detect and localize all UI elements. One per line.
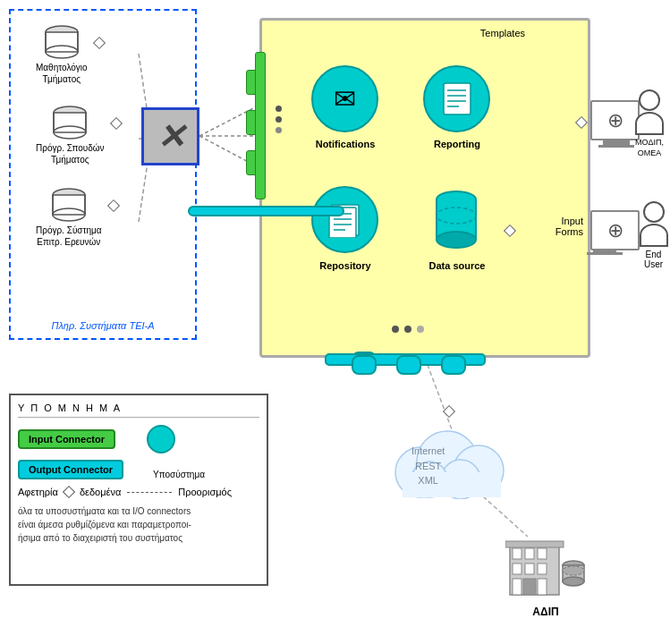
cloud-container: InternetRESTXML [385, 419, 514, 499]
legend-destination-label: Προορισμός [178, 487, 232, 497]
reporting-subsystem [423, 65, 490, 132]
forms-stand [593, 250, 616, 254]
person-modip: ΜΟΔΙΠ,ΟΜΕΑ [635, 89, 664, 158]
svg-rect-61 [525, 564, 534, 574]
repository-subsystem [311, 186, 378, 253]
db-label-3: Πρόγρ. ΣύστημαΕπιτρ. Ερευνών [36, 225, 102, 248]
adip-container: ΑΔΙΠ [505, 528, 586, 618]
legend-dashed-line [127, 492, 172, 493]
datasource-icon [432, 189, 481, 251]
svg-rect-20 [54, 113, 86, 132]
legend-title: Υ Π Ο Μ Ν Η Μ Α [18, 402, 259, 418]
legend-output-connector: Output Connector [18, 460, 123, 479]
person-body-2 [640, 224, 668, 247]
legend-data-label: δεδομένα [80, 487, 121, 497]
svg-rect-58 [525, 548, 534, 559]
svg-rect-65 [523, 579, 536, 595]
datasource-label: Data source [417, 260, 497, 271]
svg-point-46 [437, 232, 476, 248]
legend-footer: όλα τα υποσυστήματα και τα I/O connector… [18, 504, 259, 545]
person-head-1 [639, 89, 660, 111]
tei-label: Πληρ. Συστήματα ΤΕΙ-Α [51, 320, 154, 331]
person-head-2 [643, 201, 665, 223]
main-system-box: ✉ Notifications Reporting [259, 18, 590, 358]
db-mathitologio: ΜαθητολόγιοΤμήματος [36, 25, 88, 85]
legend-input-connector: Input Connector [18, 429, 115, 449]
templates-monitor: ⊕ [590, 100, 640, 140]
legend-subsystem-circle [147, 425, 175, 453]
person-body-1 [635, 112, 664, 135]
cloud-label: InternetRESTXML [411, 444, 445, 488]
notifications-label: Notifications [305, 139, 386, 149]
adip-label: ΑΔΙΠ [532, 606, 558, 618]
db-icon-2 [50, 106, 89, 140]
cloud-svg [385, 419, 514, 499]
svg-rect-59 [538, 548, 547, 559]
svg-rect-62 [538, 564, 547, 574]
svg-rect-63 [513, 579, 522, 595]
svg-rect-29 [444, 83, 471, 114]
db-spoudon: Πρόγρ. ΣπουδώνΤμήματος [36, 106, 105, 165]
notifications-subsystem: ✉ [311, 65, 378, 132]
bottom-dots [392, 326, 424, 333]
input-forms-box: ⊕ [590, 210, 640, 250]
svg-rect-60 [513, 564, 522, 574]
db-icon-1 [42, 25, 81, 59]
db-ereunas: Πρόγρ. ΣύστημαΕπιτρ. Ερευνών [36, 188, 102, 248]
legend-source-label: Αφετηρία [18, 487, 58, 497]
legend-diamond [63, 486, 75, 498]
svg-rect-26 [53, 195, 85, 215]
legend-box: Υ Π Ο Μ Ν Η Μ Α Input Connector Output C… [9, 394, 268, 586]
repository-label: Repository [305, 260, 386, 271]
datasource-subsystem [423, 186, 490, 253]
building-icon [505, 528, 586, 604]
legend-subsystem-label: Υποσύστημα [153, 470, 205, 479]
svg-point-70 [563, 566, 584, 575]
svg-rect-64 [538, 579, 547, 595]
legend-footer-text: όλα τα υποσυστήματα και τα I/O connector… [18, 506, 191, 543]
db-label-2: Πρόγρ. ΣπουδώνΤμήματος [36, 142, 105, 165]
bottom-connector-3 [396, 355, 421, 375]
svg-point-69 [563, 577, 584, 586]
left-connector-bar [255, 52, 266, 199]
left-dots [276, 106, 282, 133]
transformer-box: ✕ [141, 107, 199, 165]
templates-label: Templates [480, 28, 525, 38]
svg-rect-57 [513, 548, 522, 559]
input-forms-label: InputForms [556, 216, 583, 237]
svg-rect-14 [46, 32, 78, 52]
diamond-cloud [443, 405, 455, 418]
reporting-icon [437, 79, 477, 119]
bottom-connector-bar [188, 206, 344, 216]
monitor-base [598, 145, 634, 148]
reporting-label: Reporting [417, 139, 497, 149]
diamond-datasource [504, 225, 516, 237]
person-label-2: End User [637, 250, 670, 269]
svg-rect-66 [505, 541, 564, 547]
person-enduser: End User [637, 201, 670, 269]
db-icon-3 [49, 188, 89, 222]
bottom-connector-4 [441, 355, 466, 375]
db-label-1: ΜαθητολόγιοΤμήματος [36, 62, 88, 85]
diagram-container: Πληρ. Συστήματα ΤΕΙ-Α ΜαθητολόγιοΤμήματο… [0, 0, 670, 644]
bottom-connector-2 [352, 355, 377, 375]
person-label-1: ΜΟΔΙΠ,ΟΜΕΑ [635, 138, 664, 158]
